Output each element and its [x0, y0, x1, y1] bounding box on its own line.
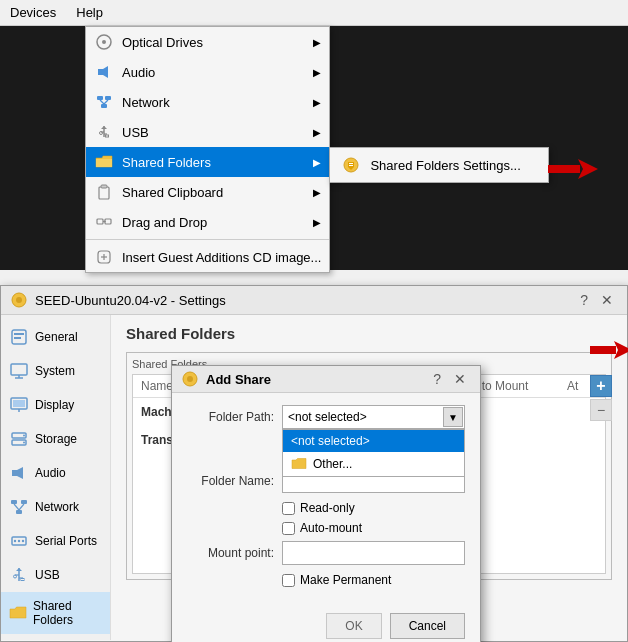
shared-folders-settings-item[interactable]: Shared Folders Settings... — [330, 148, 548, 182]
folder-name-label: Folder Name: — [187, 474, 282, 488]
svg-rect-6 — [101, 104, 107, 108]
dialog-help-btn[interactable]: ? — [429, 371, 445, 387]
sidebar-item-storage[interactable]: Storage — [1, 422, 110, 456]
settings-title-left: SEED-Ubuntu20.04-v2 - Settings — [11, 292, 226, 308]
shared-folders-submenu: Shared Folders Settings... — [329, 147, 549, 183]
shared-folders-arrow: ▶ — [313, 157, 321, 168]
dialog-title: Add Share — [182, 371, 271, 387]
usb-side-label: USB — [35, 568, 60, 582]
dialog-close-btn[interactable]: ✕ — [450, 371, 470, 387]
permanent-checkbox[interactable] — [282, 574, 295, 587]
shared-folders-label: Shared Folders — [122, 155, 313, 170]
optical-drives-item[interactable]: Optical Drives ▶ — [86, 27, 329, 57]
svg-rect-19 — [101, 185, 107, 188]
svg-point-39 — [23, 435, 25, 437]
svg-point-50 — [18, 540, 20, 542]
network-arrow: ▶ — [313, 97, 321, 108]
svg-rect-17 — [349, 165, 353, 166]
ok-button[interactable]: OK — [326, 613, 381, 639]
shared-folders-item[interactable]: Shared Folders ▶ Shared Folders Settings… — [86, 147, 329, 177]
usb-side-icon — [9, 565, 29, 585]
not-selected-option[interactable]: <not selected> — [283, 430, 464, 452]
network-side-icon — [9, 497, 29, 517]
menu-divider — [86, 239, 329, 240]
mount-point-row: Mount point: — [187, 541, 465, 565]
network-side-label: Network — [35, 500, 79, 514]
dialog-footer: OK Cancel — [172, 605, 480, 642]
display-label: Display — [35, 398, 74, 412]
optical-icon — [94, 32, 114, 52]
system-icon — [9, 361, 29, 381]
other-folder-icon — [291, 456, 307, 472]
readonly-checkbox[interactable] — [282, 502, 295, 515]
folder-path-input[interactable] — [282, 405, 465, 429]
automount-checkbox[interactable] — [282, 522, 295, 535]
settings-window-title: SEED-Ubuntu20.04-v2 - Settings — [35, 293, 226, 308]
svg-rect-57 — [21, 579, 24, 581]
folder-path-combobox[interactable]: ▼ <not selected> Other.. — [282, 405, 465, 429]
svg-marker-3 — [103, 66, 108, 78]
folder-path-dropdown: <not selected> Other... — [282, 429, 465, 477]
usb-item[interactable]: USB ▶ — [86, 117, 329, 147]
usb-icon — [94, 122, 114, 142]
sidebar-item-user-interface[interactable]: User Interface — [1, 634, 110, 642]
folder-path-dropdown-btn[interactable]: ▼ — [443, 407, 463, 427]
help-menu[interactable]: Help — [66, 2, 113, 23]
network-item[interactable]: Network ▶ — [86, 87, 329, 117]
settings-help-btn[interactable]: ? — [576, 292, 592, 308]
svg-rect-5 — [105, 96, 111, 100]
drag-drop-label: Drag and Drop — [122, 215, 313, 230]
settings-close-btn[interactable]: ✕ — [597, 292, 617, 308]
sidebar-item-network[interactable]: Network — [1, 490, 110, 524]
audio-arrow: ▶ — [313, 67, 321, 78]
svg-rect-35 — [13, 400, 25, 407]
shared-folders-side-icon — [9, 603, 27, 623]
system-label: System — [35, 364, 75, 378]
mount-point-input[interactable] — [282, 541, 465, 565]
settings-titlebar: SEED-Ubuntu20.04-v2 - Settings ? ✕ — [1, 286, 627, 315]
svg-rect-25 — [548, 165, 580, 173]
cancel-button[interactable]: Cancel — [390, 613, 465, 639]
sidebar-item-general[interactable]: General — [1, 320, 110, 354]
remove-shared-folder-button[interactable]: − — [590, 399, 612, 421]
general-icon — [9, 327, 29, 347]
sidebar-item-audio[interactable]: Audio — [1, 456, 110, 490]
usb-label: USB — [122, 125, 313, 140]
guest-additions-item[interactable]: Insert Guest Additions CD image... — [86, 242, 329, 272]
dialog-icon — [182, 371, 198, 387]
svg-rect-44 — [21, 500, 27, 504]
audio-item[interactable]: Audio ▶ — [86, 57, 329, 87]
sidebar-item-usb[interactable]: USB — [1, 558, 110, 592]
devices-menu[interactable]: Devices — [0, 2, 66, 23]
drag-icon — [94, 212, 114, 232]
clipboard-icon — [94, 182, 114, 202]
svg-rect-16 — [349, 163, 353, 164]
other-option[interactable]: Other... — [283, 452, 464, 476]
svg-rect-45 — [16, 510, 22, 514]
audio-side-icon — [9, 463, 29, 483]
sidebar-item-display[interactable]: Display — [1, 388, 110, 422]
settings-body: General System Display Storage — [1, 315, 627, 640]
shared-folders-icon — [94, 152, 114, 172]
serial-ports-label: Serial Ports — [35, 534, 97, 548]
svg-point-12 — [100, 132, 103, 135]
red-arrow-add — [590, 337, 628, 366]
devices-dropdown: Optical Drives ▶ Audio ▶ Network ▶ USB ▶ — [85, 26, 330, 273]
svg-marker-10 — [101, 126, 107, 129]
storage-label: Storage — [35, 432, 77, 446]
svg-rect-63 — [590, 346, 616, 354]
add-share-dialog: Add Share ? ✕ Folder Path: ▼ — [171, 365, 481, 642]
shared-clipboard-item[interactable]: Shared Clipboard ▶ — [86, 177, 329, 207]
titlebar-controls: ? ✕ — [576, 292, 617, 308]
sidebar-item-system[interactable]: System — [1, 354, 110, 388]
add-shared-folder-button[interactable]: + — [590, 375, 612, 397]
svg-marker-53 — [16, 568, 22, 571]
sidebar-item-shared-folders[interactable]: Shared Folders — [1, 592, 110, 634]
shared-folders-settings-icon — [340, 154, 362, 176]
sidebar-item-serial-ports[interactable]: Serial Ports — [1, 524, 110, 558]
other-label: Other... — [313, 457, 352, 471]
drag-drop-item[interactable]: Drag and Drop ▶ — [86, 207, 329, 237]
permanent-row: Make Permanent — [282, 573, 465, 587]
svg-line-46 — [14, 504, 19, 510]
automount-label: Auto-mount — [300, 521, 362, 535]
